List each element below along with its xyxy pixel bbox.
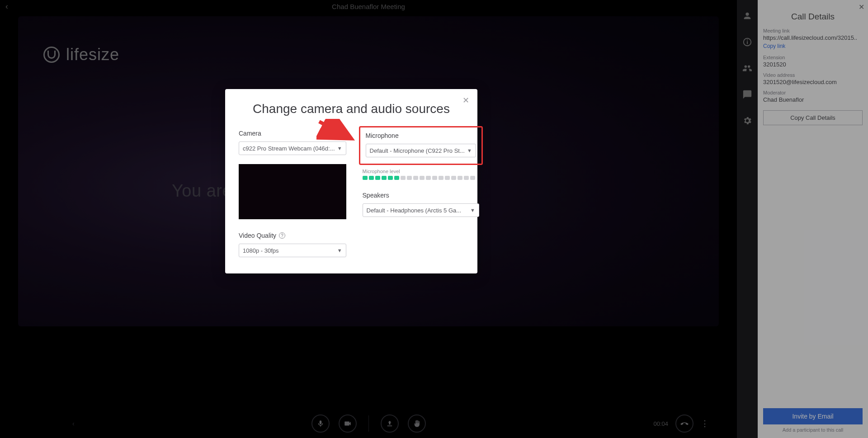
mute-mic-button[interactable] <box>311 414 330 433</box>
raise-hand-button[interactable] <box>408 414 426 433</box>
speakers-select-value: Default - Headphones (Arctis 5 Ga... <box>367 207 462 214</box>
mic-icon <box>316 419 325 428</box>
camera-select-value: c922 Pro Stream Webcam (046d:... <box>243 145 335 152</box>
mic-level-segment <box>375 176 380 180</box>
close-panel-icon[interactable]: ✕ <box>859 3 864 11</box>
mic-level-segment <box>464 176 469 180</box>
right-control-cluster: 00:04 ⋮ <box>653 414 710 433</box>
mic-level-segment <box>413 176 418 180</box>
share-screen-button[interactable] <box>381 414 399 433</box>
mic-level-segment <box>369 176 374 180</box>
chevron-down-icon: ▼ <box>337 248 342 253</box>
mic-level-segment <box>470 176 475 180</box>
mic-level-segment <box>432 176 437 180</box>
logo-text: lifesize <box>66 45 119 64</box>
moderator-value: Chad Buenaflor <box>763 96 863 103</box>
video-address-label: Video address <box>763 72 863 78</box>
mic-level-segment <box>439 176 443 180</box>
toggle-camera-button[interactable] <box>339 414 357 433</box>
chevron-down-icon: ▼ <box>337 146 342 151</box>
panel-title: Call Details <box>763 12 863 22</box>
svg-rect-2 <box>747 40 748 41</box>
modal-title: Change camera and audio sources <box>239 102 464 116</box>
speakers-select[interactable]: Default - Headphones (Arctis 5 Ga... ▼ <box>363 203 479 217</box>
call-controls: ‹ 00:04 ⋮ <box>0 409 737 438</box>
share-icon <box>386 419 394 428</box>
speakers-label: Speakers <box>363 192 479 199</box>
microphone-select-value: Default - Microphone (C922 Pro St... <box>370 147 465 154</box>
video-quality-select[interactable]: 1080p - 30fps ▼ <box>239 244 346 257</box>
video-address-value: 3201520@lifesizecloud.com <box>763 79 863 85</box>
invite-footnote: Add a participant to this call <box>763 427 863 433</box>
chat-icon[interactable] <box>742 89 752 99</box>
lifesize-logo: lifesize <box>43 45 119 64</box>
microphone-highlight: Microphone Default - Microphone (C922 Pr… <box>359 126 483 165</box>
video-quality-label-text: Video Quality <box>239 232 276 239</box>
call-timer: 00:04 <box>653 420 668 427</box>
mic-level-segment <box>363 176 368 180</box>
mic-level-segment <box>458 176 462 180</box>
svg-rect-1 <box>747 41 748 44</box>
meeting-link-label: Meeting link <box>763 28 863 33</box>
control-separator <box>368 415 369 432</box>
right-rail <box>737 0 758 438</box>
mic-level-label: Microphone level <box>363 169 479 174</box>
microphone-label: Microphone <box>366 132 476 139</box>
microphone-select[interactable]: Default - Microphone (C922 Pro St... ▼ <box>366 144 476 157</box>
call-details-panel: ✕ Call Details Meeting link https://call… <box>758 0 868 438</box>
copy-call-details-button[interactable]: Copy Call Details <box>763 110 863 125</box>
info-icon[interactable] <box>742 37 752 47</box>
moderator-label: Moderator <box>763 90 863 95</box>
meeting-link-value: https://call.lifesizecloud.com/32015.. <box>763 34 863 41</box>
mic-level-segment <box>401 176 406 180</box>
mic-level-segment <box>407 176 412 180</box>
settings-icon[interactable] <box>742 116 752 126</box>
participant-icon[interactable] <box>742 11 752 21</box>
extension-label: Extension <box>763 55 863 60</box>
hangup-icon <box>680 419 689 428</box>
meeting-title: Chad Buenaflor Meeting <box>332 3 405 10</box>
video-quality-value: 1080p - 30fps <box>243 247 279 254</box>
mic-level-segment <box>451 176 456 180</box>
end-call-button[interactable] <box>675 414 693 433</box>
mic-level-segment <box>426 176 431 180</box>
hand-icon <box>413 419 421 428</box>
mic-level-segment <box>445 176 450 180</box>
change-sources-modal: ✕ Change camera and audio sources Camera… <box>225 89 477 273</box>
video-quality-label: Video Quality ? <box>239 232 346 239</box>
invite-by-email-button[interactable]: Invite by Email <box>763 408 863 424</box>
extension-value: 3201520 <box>763 61 863 68</box>
close-modal-icon[interactable]: ✕ <box>462 95 469 105</box>
help-icon[interactable]: ? <box>279 232 285 239</box>
chevron-down-icon: ▼ <box>470 207 475 213</box>
chevron-down-icon: ▼ <box>467 148 472 153</box>
topbar: ‹ Chad Buenaflor Meeting <box>0 0 737 13</box>
collapse-icon[interactable]: ‹ <box>72 420 75 427</box>
more-options-button[interactable]: ⋮ <box>701 419 710 429</box>
mic-level-meter <box>363 176 479 180</box>
camera-column: Camera c922 Pro Stream Webcam (046d:... … <box>239 130 346 257</box>
mic-level-segment <box>420 176 425 180</box>
mic-level-segment <box>388 176 393 180</box>
microphone-column: Microphone Default - Microphone (C922 Pr… <box>363 130 479 257</box>
logo-mark-icon <box>43 47 60 63</box>
copy-link[interactable]: Copy link <box>763 43 863 49</box>
camera-preview <box>239 164 346 219</box>
people-icon[interactable] <box>742 63 752 73</box>
camera-icon <box>344 419 352 428</box>
camera-select[interactable]: c922 Pro Stream Webcam (046d:... ▼ <box>239 141 346 155</box>
mic-level-segment <box>382 176 387 180</box>
back-icon[interactable]: ‹ <box>5 2 8 11</box>
mic-level-segment <box>394 176 399 180</box>
camera-label: Camera <box>239 130 346 137</box>
